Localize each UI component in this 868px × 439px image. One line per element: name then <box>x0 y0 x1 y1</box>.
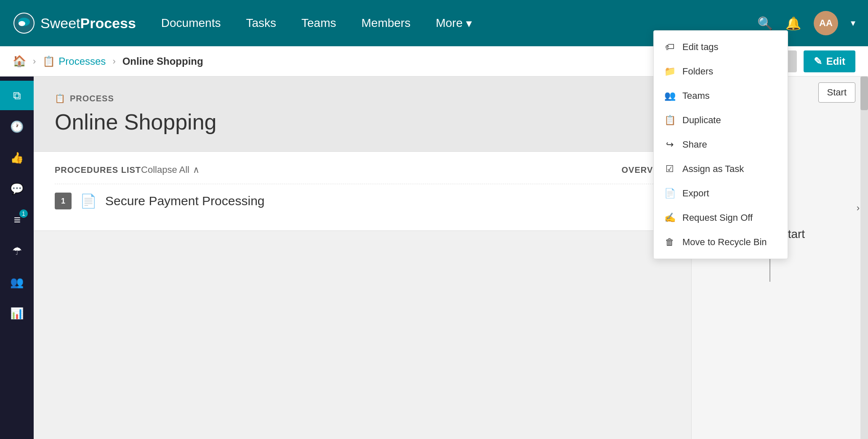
content-area: 📋 PROCESS Online Shopping PROCEDURES LIS… <box>34 77 691 439</box>
breadcrumb-separator-2: › <box>112 56 115 67</box>
nav-more[interactable]: More ▾ <box>436 16 472 30</box>
nav-items: Documents Tasks Teams Members More ▾ <box>161 16 757 30</box>
expand-arrow[interactable]: › <box>857 203 860 214</box>
list-icon: ≡ <box>14 213 20 227</box>
procedure-item[interactable]: 1 📄 Secure Payment Processing <box>55 184 670 218</box>
duplicate-icon: 📋 <box>664 115 676 126</box>
scrollbar-thumb[interactable] <box>860 77 868 110</box>
users-icon: 👥 <box>10 276 24 289</box>
sidebar-icon-copy[interactable]: ⧉ <box>0 81 34 110</box>
logo-icon <box>13 12 35 34</box>
account-chevron-icon[interactable]: ▾ <box>851 18 855 29</box>
sidebar-icon-thumbsup[interactable]: 👍 <box>0 143 34 172</box>
process-title: Online Shopping <box>55 109 670 135</box>
task-icon: ☑ <box>664 164 676 175</box>
logo[interactable]: SweetProcess <box>13 12 136 34</box>
process-type-label: 📋 PROCESS <box>55 93 670 103</box>
umbrella-icon: ☂ <box>12 245 22 258</box>
process-doc-icon: 📋 <box>55 93 66 103</box>
sidebar-icon-chat[interactable]: 💬 <box>0 174 34 204</box>
start-button[interactable]: Start <box>818 82 855 103</box>
tag-icon: 🏷 <box>664 42 676 53</box>
nav-teams[interactable]: Teams <box>301 16 336 30</box>
processes-doc-icon: 📋 <box>43 56 55 67</box>
teams-icon: 👥 <box>664 90 676 101</box>
procedure-name: Secure Payment Processing <box>105 194 265 208</box>
avatar[interactable]: AA <box>814 11 838 35</box>
home-icon[interactable]: 🏠 <box>13 55 26 68</box>
collapse-all-button[interactable]: Collapse All ∧ <box>141 164 200 175</box>
notification-icon[interactable]: 🔔 <box>785 16 801 31</box>
chevron-down-icon: ▾ <box>466 16 472 30</box>
chevron-up-icon: ∧ <box>193 164 200 175</box>
sidebar-icon-chart[interactable]: 📊 <box>0 299 34 328</box>
procedure-doc-icon: 📄 <box>80 193 97 209</box>
logo-text: SweetProcess <box>40 15 136 32</box>
dropdown-export[interactable]: 📄 Export <box>654 181 788 206</box>
dropdown-folders[interactable]: 📁 Folders <box>654 59 788 84</box>
svg-point-2 <box>19 21 25 26</box>
breadcrumb-current-page: Online Shopping <box>122 56 203 67</box>
search-icon[interactable]: 🔍 <box>757 16 773 31</box>
procedures-header: PROCEDURES LIST Collapse All ∧ OVERVIEW <box>55 164 670 175</box>
scrollbar[interactable] <box>860 77 868 439</box>
nav-documents[interactable]: Documents <box>161 16 221 30</box>
procedures-section-label: PROCEDURES LIST <box>55 165 141 175</box>
export-icon: 📄 <box>664 188 676 199</box>
copy-icon: ⧉ <box>13 89 21 102</box>
dropdown-assign-task[interactable]: ☑ Assign as Task <box>654 157 788 181</box>
left-sidebar: ⧉ 🕐 👍 💬 ≡ 1 ☂ 👥 📊 <box>0 77 34 439</box>
procedure-number: 1 <box>55 193 72 209</box>
sidebar-icon-list[interactable]: ≡ 1 <box>0 205 34 235</box>
sidebar-icon-users[interactable]: 👥 <box>0 267 34 297</box>
process-header: 📋 PROCESS Online Shopping <box>34 77 691 152</box>
actions-dropdown-menu: 🏷 Edit tags 📁 Folders 👥 Teams 📋 Duplicat… <box>653 30 788 259</box>
dropdown-edit-tags[interactable]: 🏷 Edit tags <box>654 35 788 59</box>
sidebar-icon-clock[interactable]: 🕐 <box>0 112 34 141</box>
dropdown-share[interactable]: ↪ Share <box>654 132 788 157</box>
nav-members[interactable]: Members <box>362 16 411 30</box>
dropdown-recycle-bin[interactable]: 🗑 Move to Recycle Bin <box>654 230 788 254</box>
breadcrumb-processes[interactable]: 📋 Processes <box>43 56 106 67</box>
breadcrumb-separator-1: › <box>33 56 36 67</box>
nav-tasks[interactable]: Tasks <box>246 16 276 30</box>
dropdown-teams[interactable]: 👥 Teams <box>654 84 788 108</box>
start-button-area: Start <box>818 82 855 103</box>
procedures-section: PROCEDURES LIST Collapse All ∧ OVERVIEW … <box>34 152 691 231</box>
edit-button[interactable]: ✎ Edit <box>804 50 855 72</box>
clock-icon: 🕐 <box>10 120 24 133</box>
list-badge: 1 <box>19 209 28 218</box>
dropdown-request-sign-off[interactable]: ✍ Request Sign Off <box>654 206 788 230</box>
chart-icon: 📊 <box>10 307 24 320</box>
thumbsup-icon: 👍 <box>10 151 24 164</box>
sign-off-icon: ✍ <box>664 212 676 223</box>
share-icon: ↪ <box>664 139 676 150</box>
chat-icon: 💬 <box>10 182 24 196</box>
dropdown-duplicate[interactable]: 📋 Duplicate <box>654 108 788 132</box>
sidebar-icon-umbrella[interactable]: ☂ <box>0 236 34 266</box>
folder-icon: 📁 <box>664 66 676 77</box>
edit-icon: ✎ <box>814 56 822 67</box>
recycle-bin-icon: 🗑 <box>664 237 676 248</box>
